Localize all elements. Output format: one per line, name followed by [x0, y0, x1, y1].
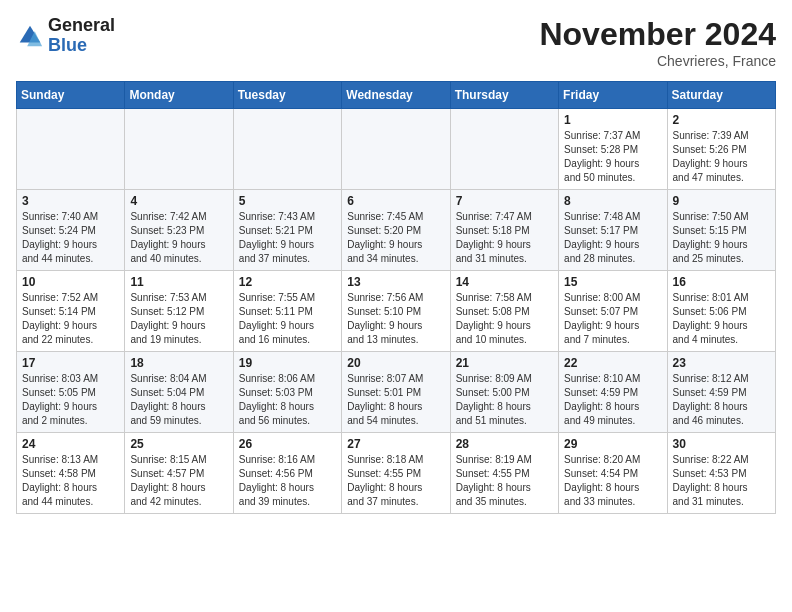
calendar-cell: 20Sunrise: 8:07 AM Sunset: 5:01 PM Dayli…	[342, 352, 450, 433]
logo-blue: Blue	[48, 35, 87, 55]
day-number: 14	[456, 275, 553, 289]
day-number: 23	[673, 356, 770, 370]
day-info: Sunrise: 7:37 AM Sunset: 5:28 PM Dayligh…	[564, 129, 661, 185]
day-info: Sunrise: 7:45 AM Sunset: 5:20 PM Dayligh…	[347, 210, 444, 266]
day-info: Sunrise: 8:15 AM Sunset: 4:57 PM Dayligh…	[130, 453, 227, 509]
day-number: 28	[456, 437, 553, 451]
calendar-cell: 16Sunrise: 8:01 AM Sunset: 5:06 PM Dayli…	[667, 271, 775, 352]
day-number: 18	[130, 356, 227, 370]
day-info: Sunrise: 8:18 AM Sunset: 4:55 PM Dayligh…	[347, 453, 444, 509]
calendar-cell: 2Sunrise: 7:39 AM Sunset: 5:26 PM Daylig…	[667, 109, 775, 190]
day-info: Sunrise: 7:53 AM Sunset: 5:12 PM Dayligh…	[130, 291, 227, 347]
day-number: 3	[22, 194, 119, 208]
weekday-header-cell: Friday	[559, 82, 667, 109]
day-info: Sunrise: 7:47 AM Sunset: 5:18 PM Dayligh…	[456, 210, 553, 266]
logo: General Blue	[16, 16, 115, 56]
location: Chevrieres, France	[539, 53, 776, 69]
day-number: 20	[347, 356, 444, 370]
day-number: 1	[564, 113, 661, 127]
header: General Blue November 2024 Chevrieres, F…	[16, 16, 776, 69]
day-info: Sunrise: 8:19 AM Sunset: 4:55 PM Dayligh…	[456, 453, 553, 509]
day-number: 8	[564, 194, 661, 208]
weekday-header-cell: Thursday	[450, 82, 558, 109]
calendar-cell: 3Sunrise: 7:40 AM Sunset: 5:24 PM Daylig…	[17, 190, 125, 271]
day-number: 29	[564, 437, 661, 451]
calendar-cell: 15Sunrise: 8:00 AM Sunset: 5:07 PM Dayli…	[559, 271, 667, 352]
calendar-cell: 4Sunrise: 7:42 AM Sunset: 5:23 PM Daylig…	[125, 190, 233, 271]
day-info: Sunrise: 8:01 AM Sunset: 5:06 PM Dayligh…	[673, 291, 770, 347]
day-info: Sunrise: 8:06 AM Sunset: 5:03 PM Dayligh…	[239, 372, 336, 428]
day-number: 30	[673, 437, 770, 451]
calendar-cell: 5Sunrise: 7:43 AM Sunset: 5:21 PM Daylig…	[233, 190, 341, 271]
calendar-cell: 25Sunrise: 8:15 AM Sunset: 4:57 PM Dayli…	[125, 433, 233, 514]
calendar-week-row: 3Sunrise: 7:40 AM Sunset: 5:24 PM Daylig…	[17, 190, 776, 271]
weekday-header-cell: Sunday	[17, 82, 125, 109]
calendar-cell	[125, 109, 233, 190]
calendar-week-row: 17Sunrise: 8:03 AM Sunset: 5:05 PM Dayli…	[17, 352, 776, 433]
weekday-header-cell: Tuesday	[233, 82, 341, 109]
logo-text: General Blue	[48, 16, 115, 56]
calendar-cell: 29Sunrise: 8:20 AM Sunset: 4:54 PM Dayli…	[559, 433, 667, 514]
day-number: 19	[239, 356, 336, 370]
weekday-header-cell: Saturday	[667, 82, 775, 109]
day-number: 21	[456, 356, 553, 370]
calendar-cell: 12Sunrise: 7:55 AM Sunset: 5:11 PM Dayli…	[233, 271, 341, 352]
day-number: 24	[22, 437, 119, 451]
calendar-cell: 7Sunrise: 7:47 AM Sunset: 5:18 PM Daylig…	[450, 190, 558, 271]
calendar-table: SundayMondayTuesdayWednesdayThursdayFrid…	[16, 81, 776, 514]
day-number: 2	[673, 113, 770, 127]
calendar-cell: 28Sunrise: 8:19 AM Sunset: 4:55 PM Dayli…	[450, 433, 558, 514]
day-number: 13	[347, 275, 444, 289]
calendar-cell: 21Sunrise: 8:09 AM Sunset: 5:00 PM Dayli…	[450, 352, 558, 433]
day-number: 22	[564, 356, 661, 370]
calendar-cell	[17, 109, 125, 190]
calendar-cell: 1Sunrise: 7:37 AM Sunset: 5:28 PM Daylig…	[559, 109, 667, 190]
month-title: November 2024	[539, 16, 776, 53]
day-number: 4	[130, 194, 227, 208]
day-info: Sunrise: 7:52 AM Sunset: 5:14 PM Dayligh…	[22, 291, 119, 347]
calendar-body: 1Sunrise: 7:37 AM Sunset: 5:28 PM Daylig…	[17, 109, 776, 514]
logo-icon	[16, 22, 44, 50]
day-info: Sunrise: 8:12 AM Sunset: 4:59 PM Dayligh…	[673, 372, 770, 428]
weekday-header-cell: Monday	[125, 82, 233, 109]
calendar-week-row: 1Sunrise: 7:37 AM Sunset: 5:28 PM Daylig…	[17, 109, 776, 190]
calendar-cell: 8Sunrise: 7:48 AM Sunset: 5:17 PM Daylig…	[559, 190, 667, 271]
day-info: Sunrise: 8:16 AM Sunset: 4:56 PM Dayligh…	[239, 453, 336, 509]
calendar-week-row: 24Sunrise: 8:13 AM Sunset: 4:58 PM Dayli…	[17, 433, 776, 514]
day-info: Sunrise: 7:42 AM Sunset: 5:23 PM Dayligh…	[130, 210, 227, 266]
calendar-cell: 9Sunrise: 7:50 AM Sunset: 5:15 PM Daylig…	[667, 190, 775, 271]
day-info: Sunrise: 8:04 AM Sunset: 5:04 PM Dayligh…	[130, 372, 227, 428]
day-info: Sunrise: 8:10 AM Sunset: 4:59 PM Dayligh…	[564, 372, 661, 428]
title-block: November 2024 Chevrieres, France	[539, 16, 776, 69]
calendar-cell: 18Sunrise: 8:04 AM Sunset: 5:04 PM Dayli…	[125, 352, 233, 433]
calendar-cell: 22Sunrise: 8:10 AM Sunset: 4:59 PM Dayli…	[559, 352, 667, 433]
calendar-cell: 24Sunrise: 8:13 AM Sunset: 4:58 PM Dayli…	[17, 433, 125, 514]
calendar-cell: 6Sunrise: 7:45 AM Sunset: 5:20 PM Daylig…	[342, 190, 450, 271]
calendar-cell	[233, 109, 341, 190]
calendar-cell: 27Sunrise: 8:18 AM Sunset: 4:55 PM Dayli…	[342, 433, 450, 514]
day-info: Sunrise: 7:40 AM Sunset: 5:24 PM Dayligh…	[22, 210, 119, 266]
calendar-cell: 10Sunrise: 7:52 AM Sunset: 5:14 PM Dayli…	[17, 271, 125, 352]
day-number: 17	[22, 356, 119, 370]
calendar-cell: 23Sunrise: 8:12 AM Sunset: 4:59 PM Dayli…	[667, 352, 775, 433]
day-number: 12	[239, 275, 336, 289]
calendar-cell: 30Sunrise: 8:22 AM Sunset: 4:53 PM Dayli…	[667, 433, 775, 514]
day-info: Sunrise: 8:22 AM Sunset: 4:53 PM Dayligh…	[673, 453, 770, 509]
calendar-cell	[342, 109, 450, 190]
day-info: Sunrise: 7:50 AM Sunset: 5:15 PM Dayligh…	[673, 210, 770, 266]
day-number: 16	[673, 275, 770, 289]
day-info: Sunrise: 8:03 AM Sunset: 5:05 PM Dayligh…	[22, 372, 119, 428]
day-number: 25	[130, 437, 227, 451]
day-info: Sunrise: 7:48 AM Sunset: 5:17 PM Dayligh…	[564, 210, 661, 266]
day-number: 10	[22, 275, 119, 289]
day-number: 5	[239, 194, 336, 208]
day-info: Sunrise: 8:13 AM Sunset: 4:58 PM Dayligh…	[22, 453, 119, 509]
day-number: 9	[673, 194, 770, 208]
day-info: Sunrise: 8:09 AM Sunset: 5:00 PM Dayligh…	[456, 372, 553, 428]
day-number: 15	[564, 275, 661, 289]
day-info: Sunrise: 8:07 AM Sunset: 5:01 PM Dayligh…	[347, 372, 444, 428]
calendar-cell: 19Sunrise: 8:06 AM Sunset: 5:03 PM Dayli…	[233, 352, 341, 433]
calendar-cell: 13Sunrise: 7:56 AM Sunset: 5:10 PM Dayli…	[342, 271, 450, 352]
calendar-cell: 11Sunrise: 7:53 AM Sunset: 5:12 PM Dayli…	[125, 271, 233, 352]
day-info: Sunrise: 7:58 AM Sunset: 5:08 PM Dayligh…	[456, 291, 553, 347]
